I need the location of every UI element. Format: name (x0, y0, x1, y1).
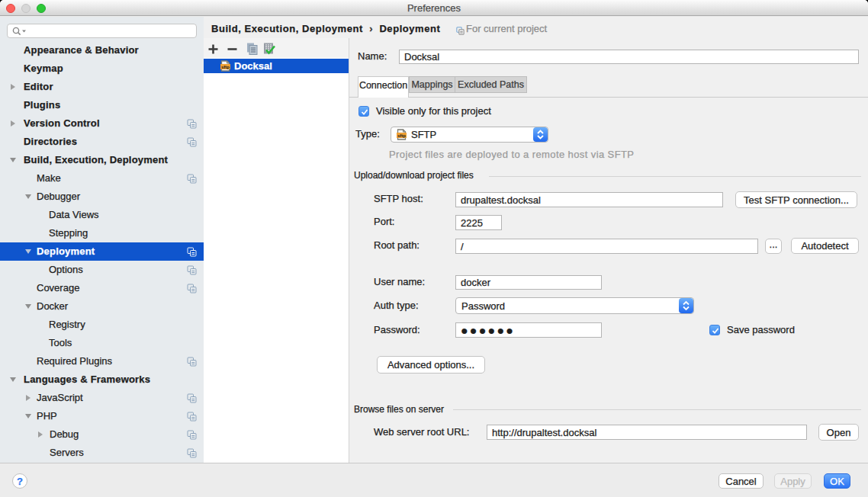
svg-text:sftp: sftp (221, 65, 230, 69)
svg-text:sftp: sftp (397, 133, 406, 138)
